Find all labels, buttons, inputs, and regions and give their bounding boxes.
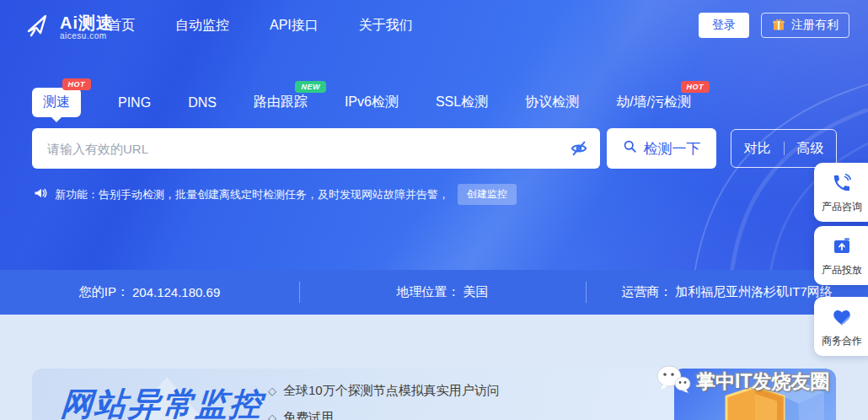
detect-mode-tabs: 测速 HOT PING DNS 路由跟踪 NEW IPv6检测 SSL检测 协议… [32,88,691,117]
float-card-label: 产品咨询 [822,200,867,214]
tab-label: DNS [188,95,217,110]
location-value: 美国 [463,284,489,300]
tab-ipv6[interactable]: IPv6检测 [345,94,399,111]
url-input-wrap [32,128,600,169]
watermark-text: 掌中IT发烧友圈 [696,369,829,395]
register-button[interactable]: 注册有利 [761,13,849,38]
detect-button[interactable]: 检测一下 [607,128,716,169]
tab-dns[interactable]: DNS [188,95,217,110]
vertical-divider [784,142,785,155]
float-card-label: 产品投放 [822,263,867,277]
gift-icon [772,18,785,34]
promo-point-text: 免费试用 [283,410,334,420]
heart-icon [831,306,853,328]
hot-badge: HOT [62,78,92,90]
search-row: 检测一下 对比 高级 [32,128,837,169]
navbar: Ai测速 aicesu.com 首页 自动监控 API接口 关于我们 登录 [0,0,868,51]
float-card-product-consult[interactable]: 产品咨询 [814,163,868,222]
geo-location-item: 地理位置： 美国 [299,270,586,315]
ip-value: 204.124.180.69 [132,285,220,299]
float-card-label: 商务合作 [822,334,867,348]
ip-label: 您的IP： [79,284,129,300]
compare-button[interactable]: 对比 [744,140,771,158]
tab-ping[interactable]: PING [118,95,151,110]
nav-links: 首页 自动监控 API接口 关于我们 [108,0,413,51]
tab-protocol[interactable]: 协议检测 [525,94,579,111]
page: Ai测速 aicesu.com 首页 自动监控 API接口 关于我们 登录 [0,0,868,420]
tab-label: IPv6检测 [345,94,399,109]
promo-title: 网站异常监控 [59,383,265,420]
tab-hijack-block-pollution[interactable]: 劫/墙/污检测 HOT [616,94,691,111]
nav-item-auto-monitor[interactable]: 自动监控 [175,17,229,35]
location-label: 地理位置： [397,284,460,300]
login-button[interactable]: 登录 [699,13,749,38]
search-icon [623,139,637,158]
your-ip-item: 您的IP： 204.124.180.69 [0,270,299,315]
tab-label: PING [118,95,151,110]
tab-ssl[interactable]: SSL检测 [436,94,488,111]
phone-icon [831,172,853,194]
isp-label: 运营商： [621,284,672,300]
advanced-button[interactable]: 高级 [797,140,824,158]
nav-item-api[interactable]: API接口 [270,17,319,35]
register-button-label: 注册有利 [791,18,839,33]
isp-value: 加利福尼亚州洛杉矶IT7网络 [675,284,833,300]
logo-rocket-icon [24,10,54,44]
watermark: 掌中IT发烧友圈 [656,364,829,398]
eye-off-icon[interactable] [569,138,589,159]
url-input[interactable] [32,128,600,169]
wechat-icon [656,364,691,398]
float-card-business-cooperation[interactable]: 商务合作 [814,297,868,356]
tab-speed-test[interactable]: 测速 HOT [32,88,81,117]
tab-traceroute[interactable]: 路由跟踪 NEW [254,94,308,111]
new-badge: NEW [295,81,326,93]
announcement: 新功能：告别手动检测，批量创建离线定时检测任务，及时发现网站故障并告警， 创建监… [34,184,517,205]
announcement-text: 新功能：告别手动检测，批量创建离线定时检测任务，及时发现网站故障并告警， [55,187,449,202]
tab-label: 协议检测 [525,94,579,109]
float-card-product-launch[interactable]: 产品投放 [814,226,868,285]
ip-info-bar: 您的IP： 204.124.180.69 地理位置： 美国 运营商： 加利福尼亚… [0,270,868,315]
tab-label: 劫/墙/污检测 [616,94,691,109]
promo-points: ◇ 全球10万个探测节点模拟真实用户访问 ◇ 免费试用 [268,381,500,420]
logo-subtitle: aicesu.com [60,31,114,40]
upload-icon [831,235,853,257]
promo-point: ◇ 免费试用 [268,408,500,420]
diamond-bullet-icon: ◇ [268,385,276,397]
diamond-bullet-icon: ◇ [268,412,276,420]
logo[interactable]: Ai测速 aicesu.com [24,10,114,44]
tab-label: 路由跟踪 [254,94,308,109]
tab-label: 测速 [43,94,70,109]
megaphone-icon [34,186,47,202]
detect-button-label: 检测一下 [644,139,701,159]
logo-title: Ai测速 [60,14,114,31]
tab-label: SSL检测 [436,94,488,109]
hot-badge: HOT [681,81,710,93]
create-monitor-button[interactable]: 创建监控 [458,184,517,205]
promo-point: ◇ 全球10万个探测节点模拟真实用户访问 [268,381,500,400]
nav-item-about[interactable]: 关于我们 [359,17,413,35]
nav-item-home[interactable]: 首页 [108,17,135,35]
nav-actions: 登录 注册有利 [699,13,849,38]
promo-point-text: 全球10万个探测节点模拟真实用户访问 [283,383,500,399]
